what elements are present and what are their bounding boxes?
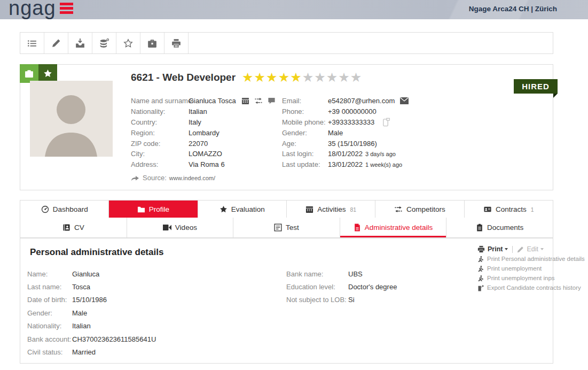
candidate-photo — [30, 81, 113, 157]
stars-filled: ★★★★★ — [242, 70, 302, 84]
field-row-gender: Gender:Male — [282, 127, 442, 138]
contracts-count-badge: 1 — [531, 206, 534, 213]
star-icon — [43, 69, 52, 78]
ngage-ats-page: ngag Ngage Arca24 CH | Zürich — [0, 0, 588, 370]
contract-card-icon — [483, 205, 492, 213]
print-edit-actions: Print Edit Print Personal administrative… — [477, 244, 588, 292]
person-run-icon — [477, 265, 484, 272]
admin-row-bank-name: Bank name:UBS — [286, 267, 397, 280]
tab-activities[interactable]: Activities 81 — [287, 201, 375, 218]
details-left-column: Name and surname: Gianluca Tosca Nationa… — [131, 96, 280, 170]
printer-icon — [171, 38, 181, 48]
status-badge-fold — [553, 94, 558, 98]
field-row-phone: Phone:+39 000000000 — [282, 106, 442, 117]
star-filled-icon — [219, 205, 228, 213]
star-outline-icon — [123, 38, 133, 48]
photo-gallery-button[interactable] — [20, 64, 38, 83]
cv-idcard-icon — [62, 223, 70, 232]
tab-dashboard[interactable]: Dashboard — [20, 201, 109, 218]
field-row-nationality: Nationality:Italian — [131, 106, 280, 117]
list-icon — [27, 38, 37, 48]
admin-doc-icon — [354, 223, 361, 232]
person-run-icon — [477, 256, 484, 263]
favorite-button[interactable] — [116, 33, 140, 53]
avatar — [30, 81, 113, 157]
admin-row-education: Education level:Doctor's degree — [286, 280, 397, 293]
pencil-icon — [52, 38, 61, 48]
admin-row-civil-status: Civil status:Married — [27, 345, 156, 358]
list-button[interactable] — [20, 33, 44, 53]
field-row-email: Email: e542807@urhen.com — [282, 96, 442, 106]
test-survey-icon — [274, 223, 282, 232]
logo-e-icon — [60, 3, 73, 14]
tab-documents[interactable]: Documents — [446, 218, 553, 237]
print-button[interactable] — [164, 33, 189, 53]
envelope-icon[interactable] — [400, 97, 409, 104]
stack-tag-icon — [99, 38, 109, 48]
compare-icon — [394, 205, 403, 213]
menu-item-print-unemployment[interactable]: Print unemployment — [477, 264, 588, 273]
field-row-name: Name and surname: Gianluca Tosca — [131, 96, 280, 106]
admin-details-card: Personal administrative details Print Ed… — [20, 238, 553, 364]
field-row-region: Region:Lombardy — [131, 127, 280, 138]
gauge-icon — [41, 205, 49, 213]
source-label: Source: — [143, 174, 167, 182]
edit-menu-button[interactable]: Edit — [527, 245, 538, 253]
caret-down-icon — [505, 248, 508, 250]
source-row: Source: www.indeed.com/ — [131, 174, 215, 182]
caret-down-icon — [540, 248, 544, 250]
video-camera-icon — [163, 224, 171, 231]
tab-test[interactable]: Test — [233, 218, 340, 237]
briefcase-icon — [147, 38, 157, 48]
tab-administrative-details[interactable]: Administrative details — [340, 218, 447, 237]
admin-row-nationality: Nationality:Italian — [27, 320, 156, 333]
admin-fields-left: Name:Gianluca Last name:Tosca Date of bi… — [27, 267, 156, 359]
archive-button[interactable] — [68, 33, 92, 53]
edit-button[interactable] — [44, 33, 68, 53]
tab-contracts[interactable]: Contracts 1 — [465, 201, 553, 218]
admin-row-gender: Gender:Male — [27, 306, 156, 319]
inbox-download-icon — [75, 38, 85, 48]
admin-row-last-name: Last name:Tosca — [27, 280, 156, 293]
compare-icon[interactable] — [254, 97, 263, 105]
tab-evaluation[interactable]: Evaluation — [198, 201, 287, 218]
tab-videos[interactable]: Videos — [127, 218, 234, 237]
printer-icon — [477, 245, 485, 253]
calendar-icon[interactable] — [241, 97, 249, 105]
calendar-icon — [305, 205, 313, 213]
tabs-row-2: CV Videos Test Administrative details Do… — [20, 218, 553, 238]
admin-fields-right: Bank name:UBS Education level:Doctor's d… — [286, 267, 397, 306]
ngage-logo[interactable]: ngag — [9, 0, 73, 20]
star-rating-button[interactable] — [38, 64, 57, 83]
field-row-zip: ZIP code:22070 — [131, 138, 280, 149]
clipboard-icon — [476, 223, 483, 232]
camera-icon — [25, 69, 34, 78]
rating-stars[interactable]: ★★★★★★★★★★ — [242, 71, 362, 84]
menu-item-print-admin-details[interactable]: Print Personal administrative details — [477, 254, 588, 264]
person-run-icon — [477, 275, 484, 282]
candidate-card: 6621 - Web Developer ★★★★★★★★★★ Name and… — [20, 64, 553, 190]
candidate-title: 6621 - Web Developer — [131, 72, 236, 83]
last-update-ago: 1 week(s) ago — [365, 161, 402, 168]
field-row-address: Address:Via Roma 6 — [131, 159, 280, 170]
logo-text: ngag — [9, 0, 56, 20]
source-link[interactable]: www.indeed.com/ — [169, 175, 215, 181]
field-row-age: Age:35 (15/10/1986) — [282, 138, 442, 149]
comment-icon[interactable] — [268, 97, 276, 105]
tab-cv[interactable]: CV — [20, 218, 127, 237]
database-tag-button[interactable] — [92, 33, 116, 53]
account-label: Ngage Arca24 CH | Zürich — [469, 5, 557, 13]
admin-row-name: Name:Gianluca — [27, 267, 156, 280]
mobile-sms-icon[interactable] — [382, 118, 390, 127]
jobs-button[interactable] — [140, 33, 164, 53]
pencil-icon — [517, 246, 524, 253]
tab-competitors[interactable]: Competitors — [375, 201, 464, 218]
candidate-toolbar — [20, 32, 553, 54]
section-heading: Personal administrative details — [30, 247, 163, 258]
menu-item-print-unemployment-inps[interactable]: Print unemployment inps — [477, 273, 588, 283]
tab-profile[interactable]: Profile — [109, 201, 198, 218]
menu-item-export-contracts-history[interactable]: Export Candidate contracts history — [477, 283, 588, 292]
admin-row-bank-account: Bank account:CH370023623611585641U — [27, 333, 156, 345]
last-login-ago: 3 day/s ago — [365, 151, 396, 157]
print-menu-button[interactable]: Print — [488, 245, 503, 253]
